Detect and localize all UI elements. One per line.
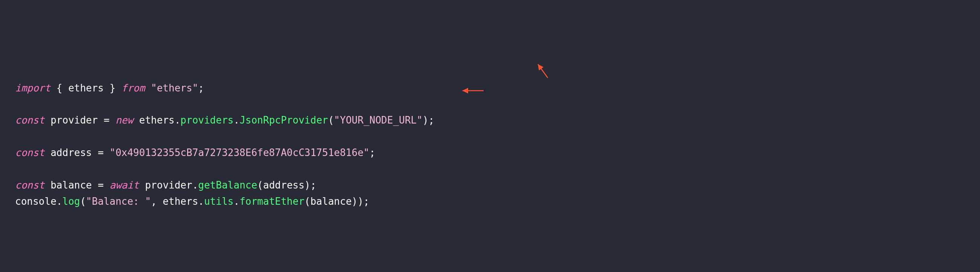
string-address: "0x490132355cB7a7273238E6fe87A0cC31751e8… — [110, 147, 369, 158]
paren-open: ( — [80, 196, 86, 207]
arrow-annotation-icon — [535, 61, 550, 80]
ident-ethers-obj: ethers — [162, 196, 198, 207]
ident-provider: provider — [45, 114, 104, 126]
dot: . — [57, 196, 63, 207]
dot: . — [175, 114, 181, 126]
equals: = — [104, 114, 115, 126]
arg-address: address — [263, 179, 305, 191]
ident-console: console — [15, 196, 57, 207]
keyword-import: import — [15, 82, 51, 94]
dot: . — [234, 114, 240, 126]
fn-jsonrpcprovider: JsonRpcProvider — [240, 114, 328, 126]
fn-getbalance: getBalance — [198, 179, 257, 191]
brace-close: } — [104, 82, 121, 94]
comma: , — [151, 196, 162, 207]
brace-open: { — [51, 82, 68, 94]
string-nodeurl: "YOUR_NODE_URL" — [334, 114, 423, 126]
ident-providercall: provider — [139, 179, 192, 191]
space — [133, 114, 139, 126]
prop-providers: providers — [180, 114, 234, 126]
paren-open: ( — [328, 114, 334, 126]
paren-close: ) — [423, 114, 428, 126]
keyword-new: new — [115, 114, 133, 126]
keyword-await: await — [110, 179, 139, 191]
svg-line-0 — [538, 64, 548, 78]
ident-ethers-obj: ethers — [139, 114, 175, 126]
code-block: import { ethers } from "ethers"; const p… — [15, 80, 965, 210]
paren-open: ( — [257, 179, 263, 191]
fn-log: log — [62, 196, 80, 207]
keyword-const: const — [15, 179, 45, 191]
paren-close: ) — [304, 179, 310, 191]
dot: . — [192, 179, 199, 191]
equals: = — [98, 147, 110, 158]
semicolon: ; — [310, 179, 317, 191]
semicolon: ; — [428, 114, 434, 126]
keyword-const: const — [15, 147, 45, 158]
semicolon: ; — [369, 147, 375, 158]
dot: . — [234, 196, 240, 207]
paren-close: ) — [352, 196, 358, 207]
prop-utils: utils — [204, 196, 234, 207]
fn-formatether: formatEther — [240, 196, 304, 207]
keyword-from: from — [121, 82, 145, 94]
keyword-const: const — [15, 114, 45, 126]
semicolon: ; — [198, 82, 204, 94]
equals: = — [98, 179, 110, 191]
string-ethers: "ethers" — [151, 82, 198, 94]
ident-address: address — [45, 147, 98, 158]
dot: . — [198, 196, 204, 207]
semicolon: ; — [364, 196, 370, 207]
arg-balance: balance — [310, 196, 352, 207]
ident-balance: balance — [45, 179, 98, 191]
string-balance-label: "Balance: " — [86, 196, 151, 207]
paren-open: ( — [304, 196, 310, 207]
paren-close: ) — [358, 196, 364, 207]
ident-ethers: ethers — [68, 82, 104, 94]
